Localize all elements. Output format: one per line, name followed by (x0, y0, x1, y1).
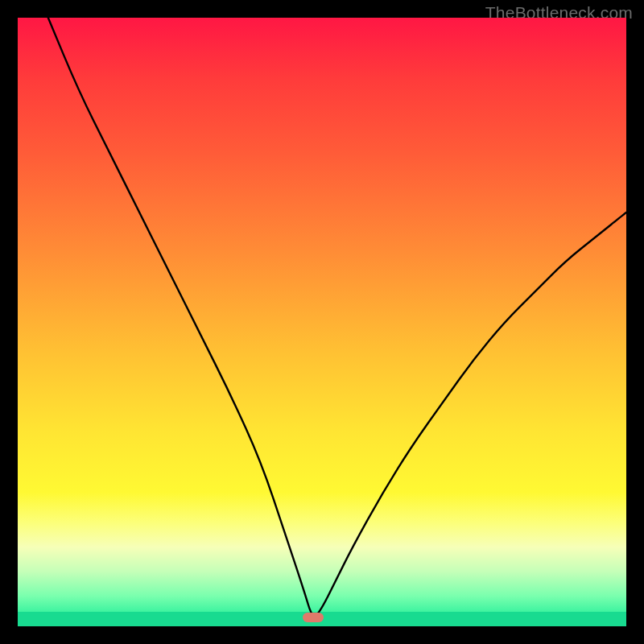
bottleneck-curve (18, 18, 626, 626)
plot-area (18, 18, 626, 626)
chart-stage: TheBottleneck.com (0, 0, 644, 644)
optimal-marker (303, 613, 324, 622)
